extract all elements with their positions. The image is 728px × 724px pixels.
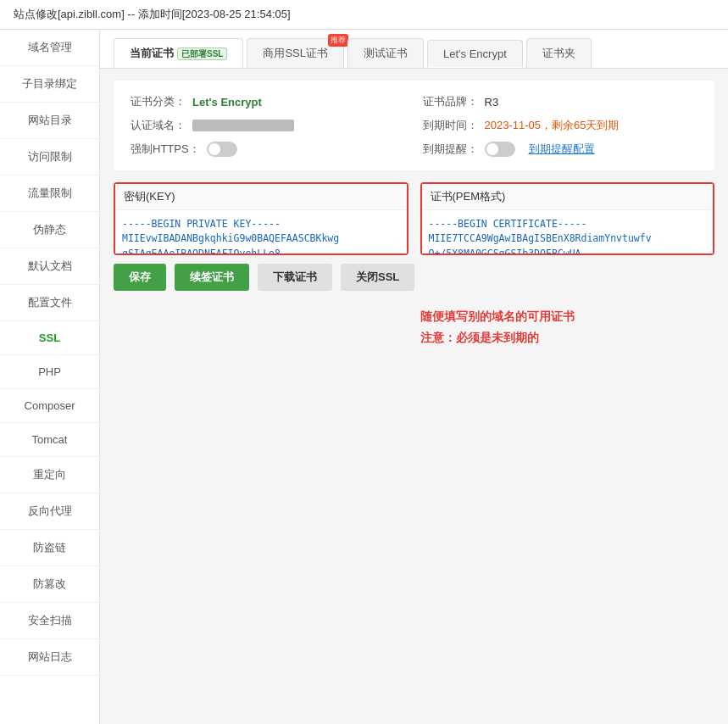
cert-class-label: 证书分类： bbox=[131, 94, 186, 109]
remind-config-link[interactable]: 到期提醒配置 bbox=[529, 142, 595, 157]
tab-test[interactable]: 测试证书 bbox=[347, 38, 424, 68]
cert-info-section: 证书分类： Let's Encrypt 证书品牌： R3 认证域名： 到期时间：… bbox=[114, 81, 714, 170]
tab-commercial[interactable]: 商用SSL证书推荐 bbox=[247, 38, 344, 68]
notes-section: 随便填写别的域名的可用证书 注意：必须是未到期的 bbox=[114, 303, 714, 348]
sidebar-item-tamper[interactable]: 防篡改 bbox=[0, 566, 99, 603]
tab-current[interactable]: 当前证书已部署SSL bbox=[114, 38, 243, 68]
key-editor-title: 密钥(KEY) bbox=[115, 184, 407, 210]
info-grid: 证书分类： Let's Encrypt 证书品牌： R3 认证域名： 到期时间：… bbox=[131, 94, 697, 157]
sidebar-item-redirect[interactable]: 重定向 bbox=[0, 457, 99, 493]
sidebar-item-log[interactable]: 网站日志 bbox=[0, 639, 99, 676]
sidebar-item-hotlink[interactable]: 防盗链 bbox=[0, 530, 99, 566]
cert-editor-title: 证书(PEM格式) bbox=[422, 184, 714, 210]
title-text: 站点修改[api.zibll.com] -- 添加时间[2023-08-25 2… bbox=[14, 8, 291, 20]
cert-expiry-row: 到期时间： 2023-11-05，剩余65天到期 bbox=[423, 118, 698, 133]
cert-brand-label: 证书品牌： bbox=[423, 94, 478, 109]
cert-remind-row: 到期提醒： 到期提醒配置 bbox=[423, 142, 698, 157]
cert-remind-label: 到期提醒： bbox=[423, 142, 478, 157]
sidebar-item-config[interactable]: 配置文件 bbox=[0, 285, 99, 321]
sidebar-item-scan[interactable]: 安全扫描 bbox=[0, 603, 99, 639]
key-editor-textarea[interactable] bbox=[115, 210, 407, 253]
save-button[interactable]: 保存 bbox=[114, 264, 166, 291]
https-toggle[interactable] bbox=[207, 142, 237, 157]
tab-certfile[interactable]: 证书夹 bbox=[526, 38, 592, 68]
cert-https-label: 强制HTTPS： bbox=[131, 142, 200, 157]
sidebar-item-docs[interactable]: 默认文档 bbox=[0, 248, 99, 285]
sidebar-item-domain[interactable]: 域名管理 bbox=[0, 30, 99, 66]
cert-domain-value bbox=[192, 120, 294, 131]
sidebar-item-tomcat[interactable]: Tomcat bbox=[0, 423, 99, 457]
sidebar-item-access[interactable]: 访问限制 bbox=[0, 139, 99, 175]
cert-brand-value: R3 bbox=[485, 96, 499, 109]
cert-expiry-value: 2023-11-05，剩余65天到期 bbox=[485, 118, 620, 133]
cert-class-value: Let's Encrypt bbox=[192, 96, 262, 109]
cert-editor-box: 证书(PEM格式) bbox=[420, 182, 715, 255]
content-area: 当前证书已部署SSL商用SSL证书推荐测试证书Let's Encrypt证书夹 … bbox=[100, 30, 728, 724]
sidebar-item-website[interactable]: 网站目录 bbox=[0, 103, 99, 139]
sidebar-item-ssl[interactable]: SSL bbox=[0, 321, 99, 355]
notes-left bbox=[114, 303, 408, 348]
actions-row: 保存 续签证书 下载证书 关闭SSL bbox=[114, 264, 714, 291]
editors-section: 密钥(KEY) 证书(PEM格式) bbox=[114, 182, 714, 255]
notes-right: 随便填写别的域名的可用证书 注意：必须是未到期的 bbox=[420, 303, 715, 348]
sidebar-item-proxy[interactable]: 反向代理 bbox=[0, 493, 99, 530]
title-bar: 站点修改[api.zibll.com] -- 添加时间[2023-08-25 2… bbox=[0, 0, 728, 30]
cert-https-row: 强制HTTPS： bbox=[131, 142, 406, 157]
cert-class-row: 证书分类： Let's Encrypt bbox=[131, 94, 406, 109]
cert-domain-label: 认证域名： bbox=[131, 118, 186, 133]
right-note-line1: 随便填写别的域名的可用证书 bbox=[420, 306, 715, 327]
sidebar-item-composer[interactable]: Composer bbox=[0, 389, 99, 423]
sidebar-item-subdir[interactable]: 子目录绑定 bbox=[0, 66, 99, 103]
tab-letsencrypt[interactable]: Let's Encrypt bbox=[427, 40, 523, 67]
sidebar-item-traffic[interactable]: 流量限制 bbox=[0, 175, 99, 212]
key-editor-box: 密钥(KEY) bbox=[114, 182, 408, 255]
tabs-row: 当前证书已部署SSL商用SSL证书推荐测试证书Let's Encrypt证书夹 bbox=[100, 30, 728, 69]
remind-toggle[interactable] bbox=[485, 142, 515, 157]
sidebar-item-php[interactable]: PHP bbox=[0, 355, 99, 389]
renew-button[interactable]: 续签证书 bbox=[175, 264, 249, 291]
cert-editor-textarea[interactable] bbox=[422, 210, 714, 253]
cert-brand-row: 证书品牌： R3 bbox=[423, 94, 698, 109]
right-note-line2: 注意：必须是未到期的 bbox=[420, 327, 715, 348]
close-ssl-button[interactable]: 关闭SSL bbox=[341, 264, 414, 291]
sidebar-item-static[interactable]: 伪静态 bbox=[0, 212, 99, 248]
download-button[interactable]: 下载证书 bbox=[258, 264, 332, 291]
sidebar: 域名管理子目录绑定网站目录访问限制流量限制伪静态默认文档配置文件SSLPHPCo… bbox=[0, 30, 100, 724]
cert-domain-row: 认证域名： bbox=[131, 118, 406, 133]
cert-expiry-label: 到期时间： bbox=[423, 118, 478, 133]
